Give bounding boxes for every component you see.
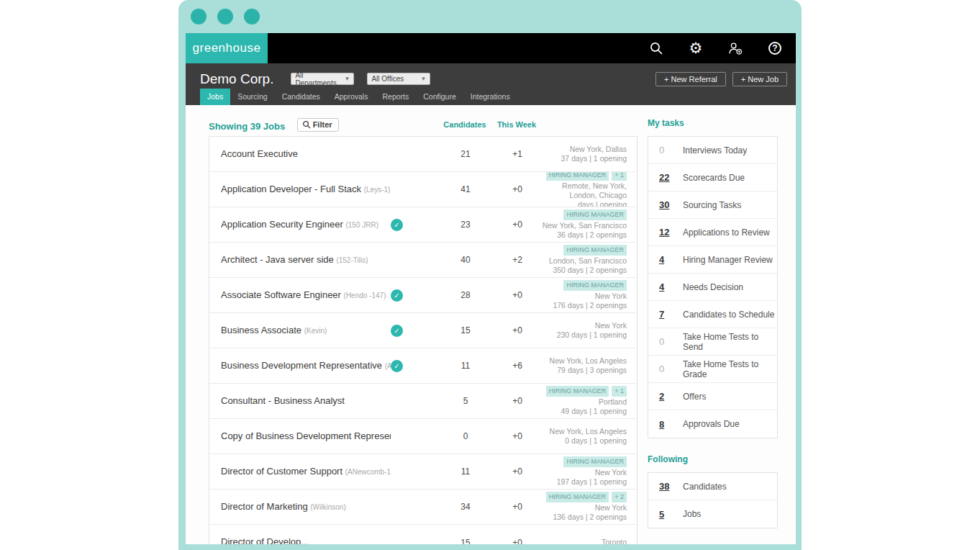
tab-reports[interactable]: Reports	[375, 89, 416, 105]
job-row[interactable]: Copy of Business Development Represent..…	[209, 419, 637, 454]
approved-check-icon: ✓	[391, 325, 403, 337]
departments-dropdown[interactable]: All Departments ▼	[291, 73, 354, 85]
task-item[interactable]: 2Offers	[648, 383, 777, 410]
following-list: 38Candidates5Jobs	[648, 472, 778, 528]
task-label: Offers	[683, 392, 706, 402]
job-title[interactable]: Director of Marketing (Wilkinson)	[221, 501, 391, 512]
task-item[interactable]: 22Scorecards Due	[648, 164, 777, 191]
task-item[interactable]: 30Sourcing Tasks	[648, 191, 777, 219]
candidates-count: 11	[444, 466, 487, 477]
job-row[interactable]: Application Security Engineer (150 JRR)✓…	[209, 207, 637, 243]
task-item[interactable]: 5Jobs	[648, 500, 777, 528]
search-icon[interactable]	[648, 40, 664, 56]
new-job-button[interactable]: + New Job	[732, 72, 787, 86]
job-row[interactable]: Director of Develop...15+0Toronto	[209, 525, 637, 544]
job-title[interactable]: Associate Software Engineer (Hendo -147)	[221, 289, 391, 300]
job-title[interactable]: Business Associate (Kevin)	[221, 325, 391, 335]
job-row[interactable]: Account Executive21+1New York, Dallas37 …	[209, 137, 637, 172]
status-badge: HIRING MANAGER	[546, 386, 609, 397]
task-count[interactable]: 7	[659, 309, 676, 320]
task-count[interactable]: 4	[659, 254, 676, 265]
add-user-icon[interactable]	[727, 40, 743, 56]
job-title[interactable]: Application Security Engineer (150 JRR)	[221, 219, 391, 230]
greenhouse-logo[interactable]: greenhouse	[186, 33, 268, 63]
task-count[interactable]: 12	[659, 227, 676, 238]
job-title[interactable]: Application Developer - Full Stack (Leys…	[221, 184, 391, 194]
job-title[interactable]: Architect - Java server side (152-Tilis)	[221, 254, 391, 265]
job-row[interactable]: Business Development Representative (AN.…	[209, 348, 637, 384]
job-title[interactable]: Director of Develop...	[221, 536, 391, 544]
task-item[interactable]: 0Interviews Today	[648, 137, 777, 164]
job-row[interactable]: Architect - Java server side (152-Tilis)…	[209, 243, 637, 278]
detail-line: 136 days | 2 openings	[553, 513, 627, 522]
status-badge: + 1	[612, 386, 627, 397]
filter-search-icon	[302, 120, 311, 129]
tab-integrations[interactable]: Integrations	[463, 89, 517, 105]
task-item[interactable]: 12Applications to Review	[648, 219, 777, 246]
job-detail: HIRING MANAGERNew York197 days | 1 openi…	[557, 454, 627, 489]
tab-configure[interactable]: Configure	[416, 89, 463, 105]
job-title[interactable]: Account Executive	[221, 148, 391, 159]
task-label: Hiring Manager Review	[683, 255, 773, 265]
filter-button[interactable]: Filter	[297, 118, 339, 132]
status-badge: HIRING MANAGER	[563, 245, 627, 256]
status-badge: + 2	[612, 492, 627, 502]
task-item[interactable]: 4Hiring Manager Review	[648, 246, 777, 274]
window-dot-icon[interactable]	[244, 9, 260, 24]
task-item[interactable]: 4Needs Decision	[648, 274, 777, 301]
new-referral-button[interactable]: + New Referral	[655, 72, 726, 86]
window-dot-icon[interactable]	[217, 9, 233, 24]
chevron-down-icon: ▼	[421, 76, 427, 82]
this-week-count: +0	[496, 396, 539, 406]
task-count[interactable]: 4	[659, 281, 676, 292]
task-item[interactable]: 8Approvals Due	[648, 410, 777, 438]
this-week-count: +0	[496, 325, 539, 335]
this-week-count: +2	[496, 255, 539, 265]
job-title[interactable]: Business Development Representative (AN.…	[221, 360, 391, 371]
job-detail: HIRING MANAGERNew York, San Francisco36 …	[543, 207, 627, 242]
job-row[interactable]: Associate Software Engineer (Hendo -147)…	[209, 278, 637, 313]
help-icon[interactable]: ?	[767, 40, 783, 56]
task-count[interactable]: 22	[659, 172, 676, 183]
job-req-code: (ANewcomb-1...	[345, 468, 391, 476]
column-header-candidates[interactable]: Candidates	[443, 120, 486, 129]
my-tasks-list: 0Interviews Today22Scorecards Due30Sourc…	[648, 136, 778, 438]
task-count[interactable]: 38	[659, 481, 676, 492]
offices-dropdown[interactable]: All Offices ▼	[367, 73, 430, 85]
task-label: Approvals Due	[683, 419, 740, 429]
detail-line: London, Chicago	[570, 191, 627, 200]
job-row[interactable]: Application Developer - Full Stack (Leys…	[209, 172, 637, 207]
job-row[interactable]: Business Associate (Kevin)✓15+0New York2…	[209, 313, 637, 348]
job-row[interactable]: Director of Marketing (Wilkinson)34+0HIR…	[209, 490, 637, 525]
task-item[interactable]: 7Candidates to Schedule	[648, 301, 777, 328]
task-label: Take Home Tests to Grade	[683, 359, 777, 379]
task-count[interactable]: 30	[659, 199, 676, 210]
task-item[interactable]: 38Candidates	[648, 473, 777, 500]
task-label: Take Home Tests to Send	[683, 332, 777, 352]
tab-candidates[interactable]: Candidates	[275, 89, 327, 105]
task-count[interactable]: 5	[659, 509, 676, 520]
detail-line: 0 days | 1 opening	[565, 436, 627, 446]
window-dot-icon[interactable]	[191, 9, 207, 24]
status-badge: HIRING MANAGER	[546, 172, 609, 181]
job-detail: New York, Los Angeles0 days | 1 opening	[550, 419, 627, 454]
job-row[interactable]: Director of Customer Support (ANewcomb-1…	[209, 454, 637, 490]
column-header-this-week[interactable]: This Week	[495, 120, 538, 129]
task-count[interactable]: 2	[659, 391, 676, 402]
task-item[interactable]: 0Take Home Tests to Send	[648, 328, 777, 356]
browser-window-frame: greenhouse ⚙ ? Demo Corp. All Department…	[178, 0, 802, 550]
settings-gear-icon[interactable]: ⚙	[688, 40, 704, 56]
job-title[interactable]: Copy of Business Development Represent..…	[221, 430, 391, 441]
greenhouse-app: greenhouse ⚙ ? Demo Corp. All Department…	[186, 33, 796, 544]
task-label: Interviews Today	[683, 145, 747, 155]
detail-line: Toronto	[602, 538, 627, 544]
tab-approvals[interactable]: Approvals	[327, 89, 376, 105]
job-row[interactable]: Consultant - Business Analyst5+0HIRING M…	[209, 384, 637, 419]
detail-line: Remote, New York,	[562, 181, 627, 191]
job-title[interactable]: Consultant - Business Analyst	[221, 395, 391, 406]
tab-sourcing[interactable]: Sourcing	[230, 89, 274, 105]
tab-jobs[interactable]: Jobs	[200, 89, 230, 105]
task-count[interactable]: 8	[659, 419, 676, 430]
task-item[interactable]: 0Take Home Tests to Grade	[648, 356, 777, 383]
job-title[interactable]: Director of Customer Support (ANewcomb-1…	[221, 466, 391, 477]
